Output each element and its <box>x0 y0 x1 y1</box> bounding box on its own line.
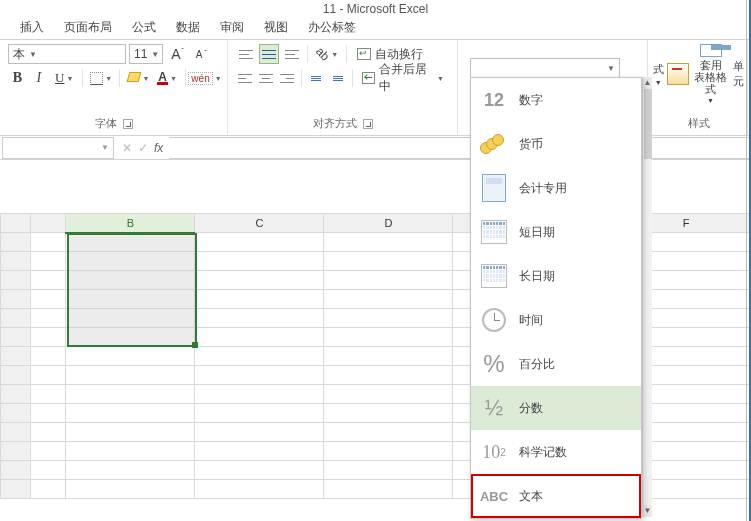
format-currency[interactable]: 货币 <box>471 122 641 166</box>
number-format-menu: 12 数字 货币 会计专用 短日期 长日期 时间 % 百分比 ½ 分数 102 … <box>470 77 642 519</box>
scroll-thumb[interactable] <box>644 89 652 159</box>
format-accounting[interactable]: 会计专用 <box>471 166 641 210</box>
tab-formulas[interactable]: 公式 <box>122 16 166 39</box>
format-label: 文本 <box>519 488 543 505</box>
scroll-up-icon[interactable]: ▲ <box>643 77 652 89</box>
shrink-font-icon: A <box>196 49 203 60</box>
separator <box>307 45 308 63</box>
align-top-button[interactable] <box>236 44 256 64</box>
group-styles-label: 样式 <box>688 116 710 131</box>
grow-font-button[interactable]: Aˆ <box>166 44 186 64</box>
tab-insert[interactable]: 插入 <box>10 16 54 39</box>
font-size-dropdown[interactable]: 11 ▼ <box>129 44 163 64</box>
group-styles: 式 ▼ 套用 表格格式 ▼ 单元 样式 <box>648 40 748 135</box>
italic-icon: I <box>37 70 42 86</box>
dropdown-scrollbar[interactable]: ▲ ▼ <box>642 77 652 517</box>
font-family-value: 本 <box>13 46 25 63</box>
fill-icon <box>127 72 141 84</box>
align-center-icon <box>259 72 273 84</box>
align-center-button[interactable] <box>257 68 275 88</box>
conditional-format-label: 式 <box>653 62 664 77</box>
wrap-text-label: 自动换行 <box>375 46 423 63</box>
separator <box>119 69 120 87</box>
window-border <box>746 0 747 521</box>
border-icon <box>90 72 103 85</box>
bold-icon: B <box>13 70 22 86</box>
underline-button[interactable]: U▼ <box>51 68 77 88</box>
increase-indent-button[interactable] <box>328 68 346 88</box>
cancel-icon[interactable]: ✕ <box>122 141 132 155</box>
formula-input[interactable] <box>169 137 751 159</box>
chevron-down-icon: ▼ <box>29 50 37 59</box>
cond-format-icon <box>667 63 689 85</box>
orientation-button[interactable]: ab▼ <box>313 44 341 64</box>
font-color-button[interactable]: A▼ <box>154 68 180 88</box>
col-header-c[interactable]: C <box>195 214 324 233</box>
align-right-button[interactable] <box>278 68 296 88</box>
calendar-icon <box>479 217 509 247</box>
merge-center-label: 合并后居中 <box>379 61 431 95</box>
text-icon: ABC <box>479 481 509 511</box>
align-bottom-icon <box>285 48 299 60</box>
col-header-d[interactable]: D <box>324 214 453 233</box>
tab-page-layout[interactable]: 页面布局 <box>54 16 122 39</box>
tab-review[interactable]: 审阅 <box>210 16 254 39</box>
grow-font-icon: A <box>171 46 180 62</box>
clock-icon <box>479 305 509 335</box>
cell-style-label: 单元 <box>732 59 745 89</box>
enter-icon[interactable]: ✓ <box>138 141 148 155</box>
table-format-label: 套用 表格格式 <box>691 59 731 95</box>
tab-data[interactable]: 数据 <box>166 16 210 39</box>
number-icon: 12 <box>479 85 509 115</box>
bold-button[interactable]: B <box>8 68 27 88</box>
fill-color-button[interactable]: ▼ <box>125 68 151 88</box>
tab-office[interactable]: 办公标签 <box>298 16 366 39</box>
fx-icon[interactable]: fx <box>154 141 163 155</box>
align-middle-icon <box>262 48 276 60</box>
chevron-down-icon: ▼ <box>101 143 109 152</box>
scroll-down-icon[interactable]: ▼ <box>643 505 652 517</box>
decrease-indent-button[interactable] <box>307 68 325 88</box>
shrink-font-button[interactable]: Aˇ <box>189 44 209 64</box>
border-button[interactable]: ▼ <box>88 68 114 88</box>
chevron-down-icon: ▼ <box>607 64 615 73</box>
select-all-corner[interactable] <box>1 214 31 233</box>
format-short-date[interactable]: 短日期 <box>471 210 641 254</box>
format-text[interactable]: ABC 文本 <box>471 474 641 518</box>
tab-view[interactable]: 视图 <box>254 16 298 39</box>
align-middle-button[interactable] <box>259 44 279 64</box>
group-font-label: 字体 <box>95 116 117 131</box>
align-bottom-button[interactable] <box>282 44 302 64</box>
orientation-icon: ab <box>313 44 332 63</box>
format-label: 短日期 <box>519 224 555 241</box>
conditional-format-button[interactable]: 式 ▼ <box>652 44 665 104</box>
ribbon-tabs: 插入 页面布局 公式 数据 审阅 视图 办公标签 <box>0 18 751 40</box>
merge-center-button[interactable]: 合并后居中 ▼ <box>357 68 449 88</box>
format-label: 会计专用 <box>519 180 567 197</box>
number-format-dropdown[interactable]: ▼ <box>470 58 620 78</box>
group-font: 本 ▼ 11 ▼ Aˆ Aˇ B I U▼ ▼ ▼ A▼ w <box>0 40 228 135</box>
align-left-icon <box>238 72 252 84</box>
cell-style-button[interactable]: 单元 <box>732 44 745 104</box>
pinyin-button[interactable]: wén▼ <box>191 68 219 88</box>
dialog-launcher-icon[interactable] <box>363 119 373 129</box>
italic-button[interactable]: I <box>30 68 49 88</box>
format-percentage[interactable]: % 百分比 <box>471 342 641 386</box>
align-left-button[interactable] <box>236 68 254 88</box>
format-scientific[interactable]: 102 科学记数 <box>471 430 641 474</box>
font-family-dropdown[interactable]: 本 ▼ <box>8 44 126 64</box>
col-header-b[interactable]: B <box>66 214 195 233</box>
format-number[interactable]: 12 数字 <box>471 78 641 122</box>
format-long-date[interactable]: 长日期 <box>471 254 641 298</box>
dialog-launcher-icon[interactable] <box>123 119 133 129</box>
increase-indent-icon <box>333 76 343 81</box>
format-time[interactable]: 时间 <box>471 298 641 342</box>
name-box[interactable]: ▼ <box>2 137 114 159</box>
cond-format-big-button[interactable] <box>667 44 689 104</box>
format-fraction[interactable]: ½ 分数 <box>471 386 641 430</box>
fraction-icon: ½ <box>479 393 509 423</box>
table-format-button[interactable]: 套用 表格格式 ▼ <box>691 44 731 104</box>
format-label: 科学记数 <box>519 444 567 461</box>
col-header[interactable] <box>30 214 66 233</box>
align-right-icon <box>280 72 294 84</box>
